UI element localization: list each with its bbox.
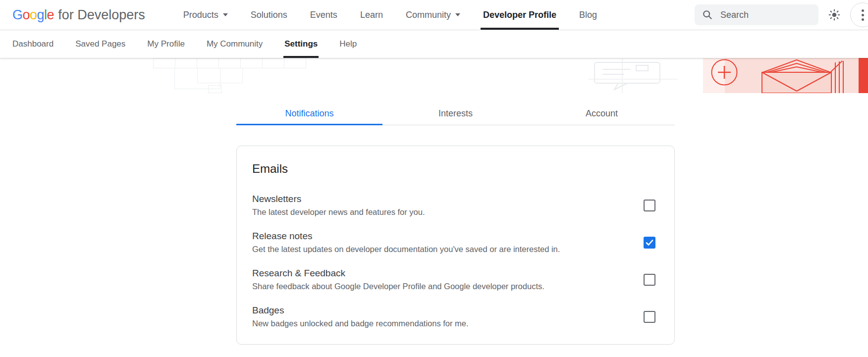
email-setting-text: NewslettersThe latest developer news and… [252, 194, 425, 217]
email-setting-description: The latest developer news and features f… [252, 207, 425, 217]
plus-circle-icon [710, 58, 739, 87]
subnav-item-label: Saved Pages [75, 39, 125, 49]
kebab-dot [862, 9, 864, 12]
kebab-dot [862, 14, 864, 16]
logo-letter: G [12, 7, 23, 22]
email-setting-row: Release notesGet the latest updates on d… [252, 231, 655, 254]
subnav-item-label: My Profile [147, 39, 185, 49]
chat-bubble-illustration [589, 58, 678, 93]
theme-toggle-button[interactable] [823, 4, 845, 26]
decorative-grid-cell [240, 58, 263, 68]
decorative-grid-box [208, 85, 222, 93]
search-box[interactable] [695, 4, 818, 25]
chevron-down-icon [223, 13, 228, 16]
top-nav: Google for Developers ProductsSolutionsE… [0, 0, 868, 30]
email-setting-description: New badges unlocked and badge recommenda… [252, 318, 469, 328]
nav-item-label: Products [183, 10, 218, 20]
nav-item-solutions[interactable]: Solutions [239, 0, 299, 30]
logo-letter: o [30, 7, 37, 22]
email-setting-text: Research & FeedbackShare feedback about … [252, 268, 544, 291]
page: Google for Developers ProductsSolutionsE… [0, 0, 868, 357]
banner-red-bar [859, 58, 868, 93]
decorative-grid-box [197, 68, 243, 83]
checkmark-icon [645, 238, 654, 247]
emails-card: Emails NewslettersThe latest developer n… [236, 146, 675, 345]
nav-item-label: Blog [579, 10, 597, 20]
nav-item-products[interactable]: Products [172, 0, 239, 30]
light-mode-sun-icon [828, 8, 841, 21]
chevron-down-icon [455, 13, 460, 16]
research-feedback-checkbox[interactable] [644, 274, 655, 286]
nav-item-label: Events [310, 10, 337, 20]
email-setting-text: BadgesNew badges unlocked and badge reco… [252, 305, 469, 328]
hero-banner [0, 58, 868, 93]
subnav-item-label: Dashboard [12, 39, 54, 49]
subnav-item-label: Help [339, 39, 357, 49]
tab-account[interactable]: Account [529, 108, 675, 125]
email-setting-title: Research & Feedback [252, 268, 544, 279]
email-setting-description: Get the latest updates on developer docu… [252, 244, 560, 254]
badges-checkbox[interactable] [644, 311, 655, 323]
nav-item-label: Learn [360, 10, 383, 20]
decorative-grid-cell [262, 58, 284, 68]
decorative-grid-cell [218, 58, 241, 68]
google-developers-logo[interactable]: Google for Developers [12, 7, 145, 23]
nav-item-events[interactable]: Events [299, 0, 349, 30]
settings-tabs: NotificationsInterestsAccount [236, 108, 675, 125]
decorative-grid-cell [175, 58, 197, 68]
search-input[interactable] [719, 9, 809, 21]
nav-item-label: Developer Profile [483, 10, 556, 20]
account-menu-button[interactable] [850, 2, 868, 27]
email-settings-list: NewslettersThe latest developer news and… [252, 194, 655, 328]
subnav-item-help[interactable]: Help [328, 30, 368, 58]
primary-nav: ProductsSolutionsEventsLearnCommunityDev… [172, 0, 608, 30]
decorative-grid-cell [153, 58, 175, 68]
nav-item-label: Community [406, 10, 451, 20]
subnav-item-label: My Community [207, 39, 263, 49]
release-notes-checkbox[interactable] [644, 237, 655, 249]
nav-item-developer-profile[interactable]: Developer Profile [472, 0, 568, 30]
logo-letter: g [37, 7, 45, 22]
tab-interests[interactable]: Interests [382, 108, 529, 125]
subnav-item-my-community[interactable]: My Community [196, 30, 273, 58]
email-setting-title: Newsletters [252, 194, 425, 204]
subnav-item-label: Settings [284, 39, 318, 49]
email-setting-title: Badges [252, 305, 469, 316]
envelope-illustration [757, 59, 856, 93]
email-setting-title: Release notes [252, 231, 560, 242]
tab-notifications[interactable]: Notifications [236, 108, 382, 125]
nav-item-learn[interactable]: Learn [349, 0, 394, 30]
decorative-grid [154, 58, 306, 68]
email-setting-description: Share feedback about Google Developer Pr… [252, 281, 544, 291]
decorative-grid-cell [197, 58, 219, 68]
logo-suffix: for Developers [58, 7, 145, 23]
subnav-item-settings[interactable]: Settings [273, 30, 328, 58]
logo-letter: e [47, 7, 54, 22]
kebab-dot [862, 18, 864, 21]
email-setting-row: BadgesNew badges unlocked and badge reco… [252, 305, 655, 328]
subnav-item-my-profile[interactable]: My Profile [136, 30, 196, 58]
subnav-item-dashboard[interactable]: Dashboard [1, 30, 64, 58]
logo-letter: o [23, 7, 30, 22]
subnav-item-saved-pages[interactable]: Saved Pages [64, 30, 136, 58]
nav-item-community[interactable]: Community [394, 0, 472, 30]
email-setting-row: Research & FeedbackShare feedback about … [252, 268, 655, 291]
profile-sub-nav: DashboardSaved PagesMy ProfileMy Communi… [0, 30, 868, 58]
email-setting-row: NewslettersThe latest developer news and… [252, 194, 655, 217]
newsletters-checkbox[interactable] [644, 200, 655, 211]
nav-item-label: Solutions [251, 10, 287, 20]
email-setting-text: Release notesGet the latest updates on d… [252, 231, 560, 254]
google-wordmark: Google [12, 7, 54, 23]
search-icon [702, 9, 713, 20]
card-title: Emails [252, 162, 655, 176]
decorative-grid-cell [284, 58, 306, 68]
nav-item-blog[interactable]: Blog [568, 0, 608, 30]
